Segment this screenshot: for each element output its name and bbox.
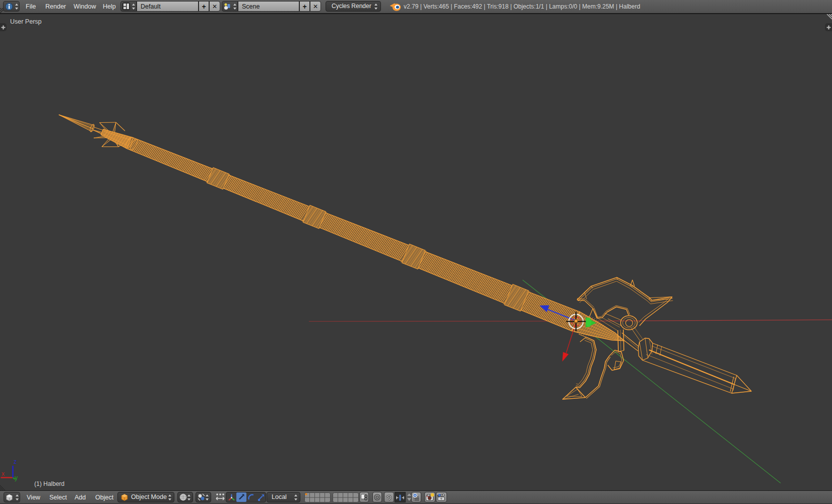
svg-text:(1) Halberd: (1) Halberd — [34, 480, 65, 487]
svg-text:x: x — [2, 470, 5, 477]
svg-text:y: y — [15, 474, 18, 481]
svg-text:z: z — [14, 458, 17, 465]
svg-text:User Persp: User Persp — [10, 18, 42, 25]
